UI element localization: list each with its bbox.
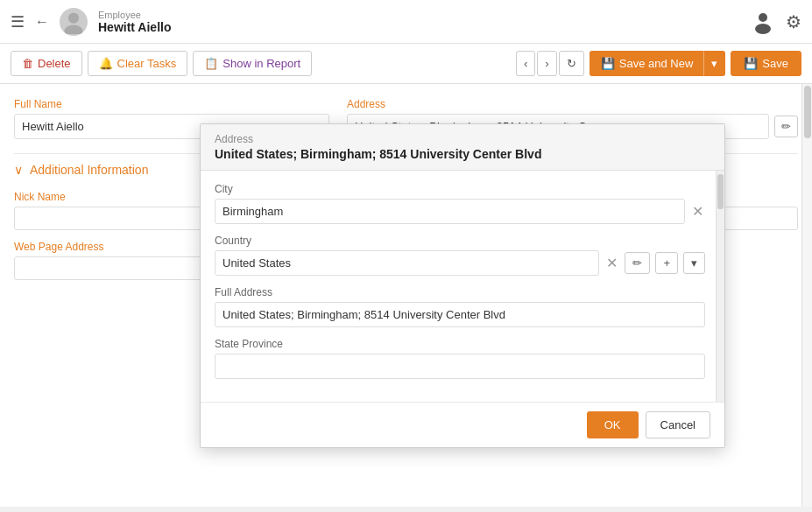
- country-input[interactable]: [215, 250, 599, 276]
- country-clear-button[interactable]: ✕: [604, 253, 619, 273]
- save-and-new-label: Save and New: [619, 57, 694, 70]
- app-header: ☰ ← Employee Hewitt Aiello ⚙: [0, 0, 812, 44]
- country-edit-button[interactable]: ✏: [625, 252, 650, 274]
- country-field: Country ✕ ✏ + ▾: [215, 235, 705, 276]
- settings-icon[interactable]: ⚙: [786, 11, 801, 32]
- header-left: ☰ ← Employee Hewitt Aiello: [11, 8, 172, 36]
- save-icon: 💾: [744, 57, 758, 70]
- modal-scrollbar-track: [716, 171, 724, 402]
- save-button[interactable]: 💾 Save: [731, 51, 801, 76]
- clear-tasks-label: Clear Tasks: [117, 57, 177, 70]
- state-province-label: State Province: [215, 338, 705, 350]
- country-label: Country: [215, 235, 705, 247]
- header-right: ⚙: [751, 10, 801, 34]
- full-address-input[interactable]: [215, 302, 705, 327]
- delete-label: Delete: [38, 57, 71, 70]
- save-and-new-button[interactable]: 💾 Save and New: [590, 51, 704, 76]
- nav-group: ‹ › ↻: [516, 51, 584, 76]
- show-in-report-label: Show in Report: [222, 57, 300, 70]
- modal-title: United States; Birmingham; 8514 Universi…: [215, 147, 710, 161]
- country-add-button[interactable]: +: [655, 252, 678, 274]
- svg-point-3: [755, 24, 771, 34]
- modal-body: City ✕ Country ✕ ✏ + ▾: [201, 171, 724, 402]
- svg-point-0: [68, 12, 79, 23]
- prev-button[interactable]: ‹: [516, 51, 535, 76]
- city-row: ✕: [215, 199, 705, 224]
- city-input[interactable]: [215, 199, 685, 224]
- clear-icon: 🔔: [99, 57, 113, 70]
- state-province-field: State Province: [215, 338, 705, 379]
- refresh-button[interactable]: ↻: [559, 51, 584, 76]
- state-province-input[interactable]: [215, 354, 705, 379]
- hamburger-icon[interactable]: ☰: [11, 12, 25, 32]
- header-title: Employee Hewitt Aiello: [98, 10, 172, 34]
- svg-point-2: [759, 13, 767, 22]
- svg-point-1: [65, 25, 83, 34]
- next-button[interactable]: ›: [537, 51, 556, 76]
- delete-button[interactable]: 🗑 Delete: [11, 51, 82, 76]
- modal-overlay: Address United States; Birmingham; 8514 …: [0, 84, 812, 507]
- save-new-dropdown-button[interactable]: ▾: [703, 51, 725, 76]
- entity-type: Employee: [98, 10, 172, 20]
- user-icon: [751, 10, 775, 34]
- country-dropdown-button[interactable]: ▾: [683, 252, 705, 274]
- modal-label: Address: [215, 133, 710, 145]
- main-content: Full Name Address ✏ ∨ Additional Informa…: [0, 84, 812, 507]
- save-new-icon: 💾: [601, 57, 615, 70]
- full-address-label: Full Address: [215, 286, 705, 298]
- save-group: 💾 Save and New ▾: [590, 51, 726, 76]
- ok-button[interactable]: OK: [587, 411, 639, 438]
- avatar: [60, 8, 88, 36]
- modal-header: Address United States; Birmingham; 8514 …: [201, 124, 724, 171]
- address-modal: Address United States; Birmingham; 8514 …: [200, 123, 725, 448]
- city-field: City ✕: [215, 183, 705, 224]
- full-address-field: Full Address: [215, 286, 705, 327]
- back-icon[interactable]: ←: [35, 14, 49, 30]
- country-row: ✕ ✏ + ▾: [215, 250, 705, 276]
- state-province-row: [215, 354, 705, 379]
- city-clear-button[interactable]: ✕: [690, 201, 705, 221]
- entity-name: Hewitt Aiello: [98, 20, 172, 34]
- city-label: City: [215, 183, 705, 195]
- clear-tasks-button[interactable]: 🔔 Clear Tasks: [88, 51, 188, 76]
- modal-scrollbar-thumb[interactable]: [717, 174, 724, 209]
- toolbar: 🗑 Delete 🔔 Clear Tasks 📋 Show in Report …: [0, 44, 812, 84]
- delete-icon: 🗑: [22, 57, 33, 70]
- save-label: Save: [762, 57, 788, 70]
- full-address-row: [215, 302, 705, 327]
- cancel-button[interactable]: Cancel: [646, 411, 710, 438]
- show-in-report-button[interactable]: 📋 Show in Report: [193, 51, 312, 76]
- report-icon: 📋: [204, 57, 218, 70]
- modal-footer: OK Cancel: [201, 402, 724, 447]
